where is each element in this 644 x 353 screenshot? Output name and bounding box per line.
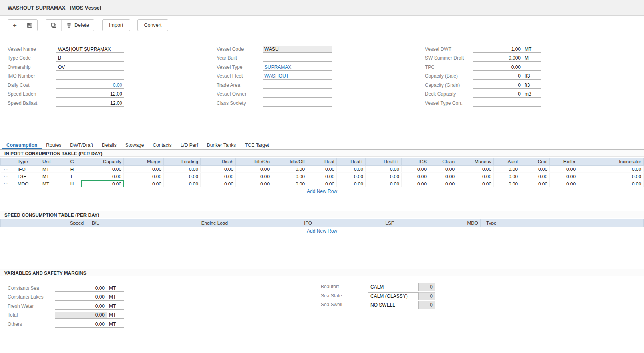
tab-stowage[interactable]: Stowage bbox=[121, 142, 149, 149]
cell-clean[interactable]: 0.00 bbox=[429, 173, 457, 180]
sw-summer-draft-field[interactable]: 0.000 bbox=[473, 55, 523, 62]
vessel-type-corr-field[interactable] bbox=[473, 100, 523, 107]
constants-sea-field[interactable]: 0.00 bbox=[55, 285, 107, 292]
vessel-owner-field[interactable] bbox=[263, 91, 332, 98]
imo-number-field[interactable] bbox=[56, 73, 124, 80]
cell-unit[interactable]: MT bbox=[38, 173, 63, 180]
cell-idle-on[interactable]: 0.00 bbox=[236, 166, 272, 173]
cell-g[interactable]: H bbox=[63, 180, 81, 187]
cell-incinerator[interactable]: 0.00 bbox=[578, 173, 644, 180]
cell-clean[interactable]: 0.00 bbox=[429, 166, 457, 173]
cell-idle-on[interactable]: 0.00 bbox=[236, 180, 272, 187]
cell-heat[interactable]: 0.00 bbox=[337, 173, 366, 180]
speed-laden-field[interactable]: 12.00 bbox=[56, 91, 124, 98]
cell-maneuv[interactable]: 0.00 bbox=[457, 173, 494, 180]
cell-idle-off[interactable]: 0.00 bbox=[272, 173, 307, 180]
tab-dwt-draft[interactable]: DWT/Draft bbox=[66, 142, 97, 149]
fresh-water-field[interactable]: 0.00 bbox=[55, 303, 107, 310]
cell-disch[interactable]: 0.00 bbox=[201, 173, 236, 180]
vessel-type-field[interactable]: SUPRAMAX bbox=[263, 64, 332, 71]
constants-lakes-field[interactable]: 0.00 bbox=[55, 294, 107, 301]
tab-bunker-tanks[interactable]: Bunker Tanks bbox=[203, 142, 241, 149]
cell-idle-off[interactable]: 0.00 bbox=[272, 166, 307, 173]
cell-margin[interactable]: 0.00 bbox=[124, 180, 164, 187]
vessel-fleet-field[interactable]: WASHOUT bbox=[263, 73, 332, 80]
save-button[interactable] bbox=[22, 20, 37, 31]
cell-cool[interactable]: 0.00 bbox=[520, 173, 550, 180]
others-field[interactable]: 0.00 bbox=[55, 321, 107, 328]
cell-idle-off[interactable]: 0.00 bbox=[272, 180, 307, 187]
tab-tce-target[interactable]: TCE Target bbox=[240, 142, 273, 149]
cell-unit[interactable]: MT bbox=[38, 180, 63, 187]
cell-heat[interactable]: 0.00 bbox=[337, 166, 366, 173]
tpc-field[interactable]: 0.00 bbox=[473, 64, 523, 71]
vessel-dwt-field[interactable]: 1.00 bbox=[473, 46, 523, 53]
row-menu-icon[interactable]: ⋯ bbox=[1, 166, 12, 173]
cell-heat[interactable]: 0.00 bbox=[307, 180, 337, 187]
cell-heat[interactable]: 0.00 bbox=[307, 166, 337, 173]
deck-capacity-field[interactable]: 0 bbox=[473, 91, 523, 98]
convert-button[interactable]: Convert bbox=[137, 19, 169, 31]
year-built-field[interactable] bbox=[263, 55, 332, 62]
cell-unit[interactable]: MT bbox=[38, 166, 63, 173]
sea-swell-field[interactable]: NO SWELL bbox=[368, 301, 419, 309]
cell-boiler[interactable]: 0.00 bbox=[550, 180, 578, 187]
add-button[interactable]: + bbox=[8, 20, 22, 31]
cell-maneuv[interactable]: 0.00 bbox=[457, 166, 494, 173]
tab-details[interactable]: Details bbox=[97, 142, 121, 149]
delete-button[interactable]: Delete bbox=[61, 20, 94, 31]
cell-disch[interactable]: 0.00 bbox=[201, 180, 236, 187]
cell-incinerator[interactable]: 0.00 bbox=[578, 180, 644, 187]
class-society-field[interactable] bbox=[263, 100, 332, 107]
cell-heat[interactable]: 0.00 bbox=[366, 173, 402, 180]
cell-capacity[interactable]: 0.00 bbox=[81, 173, 124, 180]
in-port-add-new-row-link[interactable]: Add New Row bbox=[0, 187, 644, 195]
cell-heat[interactable]: 0.00 bbox=[366, 166, 402, 173]
capacity-grain-field[interactable]: 0 bbox=[473, 82, 523, 89]
tab-l-d-perf[interactable]: L/D Perf bbox=[176, 142, 203, 149]
cell-loading[interactable]: 0.00 bbox=[164, 166, 201, 173]
cell-g[interactable]: H bbox=[63, 166, 81, 173]
cell-cool[interactable]: 0.00 bbox=[520, 180, 550, 187]
cell-type[interactable]: MDO bbox=[12, 180, 38, 187]
cell-loading[interactable]: 0.00 bbox=[164, 173, 201, 180]
speed-add-new-row-link[interactable]: Add New Row bbox=[0, 227, 644, 235]
speed-ballast-field[interactable]: 12.00 bbox=[56, 100, 124, 107]
tab-consumption[interactable]: Consumption bbox=[2, 142, 42, 149]
cell-heat[interactable]: 0.00 bbox=[307, 173, 337, 180]
cell-loading[interactable]: 0.00 bbox=[164, 180, 201, 187]
sea-state-field[interactable]: CALM (GLASSY) bbox=[368, 292, 419, 300]
cell-igs[interactable]: 0.00 bbox=[402, 180, 429, 187]
beaufort-field[interactable]: CALM bbox=[368, 283, 419, 291]
cell-heat[interactable]: 0.00 bbox=[337, 180, 366, 187]
tab-routes[interactable]: Routes bbox=[42, 142, 66, 149]
type-code-field[interactable]: B bbox=[56, 55, 124, 62]
cell-boiler[interactable]: 0.00 bbox=[550, 173, 578, 180]
cell-type[interactable]: LSF bbox=[12, 173, 38, 180]
capacity-bale-field[interactable]: 0 bbox=[473, 73, 523, 80]
cell-igs[interactable]: 0.00 bbox=[402, 166, 429, 173]
copy-button[interactable] bbox=[46, 20, 61, 31]
row-menu-icon[interactable]: ⋯ bbox=[1, 173, 12, 180]
row-menu-icon[interactable]: ⋯ bbox=[1, 180, 12, 187]
cell-auxil[interactable]: 0.00 bbox=[494, 173, 520, 180]
cell-type[interactable]: IFO bbox=[12, 166, 38, 173]
ownership-field[interactable]: OV bbox=[56, 64, 124, 71]
daily-cost-field[interactable]: 0.00 bbox=[56, 82, 124, 89]
cell-capacity-selected[interactable]: 0.00 bbox=[81, 180, 124, 187]
vessel-name-field[interactable]: WASHOUT SUPRAMAX bbox=[56, 46, 124, 53]
cell-g[interactable]: L bbox=[63, 173, 81, 180]
cell-capacity[interactable]: 0.00 bbox=[81, 166, 124, 173]
cell-auxil[interactable]: 0.00 bbox=[494, 166, 520, 173]
cell-clean[interactable]: 0.00 bbox=[429, 180, 457, 187]
cell-auxil[interactable]: 0.00 bbox=[494, 180, 520, 187]
cell-heat[interactable]: 0.00 bbox=[366, 180, 402, 187]
cell-margin[interactable]: 0.00 bbox=[124, 173, 164, 180]
cell-incinerator[interactable]: 0.00 bbox=[578, 166, 644, 173]
trade-area-field[interactable] bbox=[263, 82, 332, 89]
import-button[interactable]: Import bbox=[102, 19, 130, 31]
tab-contacts[interactable]: Contacts bbox=[148, 142, 176, 149]
cell-boiler[interactable]: 0.00 bbox=[550, 166, 578, 173]
cell-idle-on[interactable]: 0.00 bbox=[236, 173, 272, 180]
cell-igs[interactable]: 0.00 bbox=[402, 173, 429, 180]
